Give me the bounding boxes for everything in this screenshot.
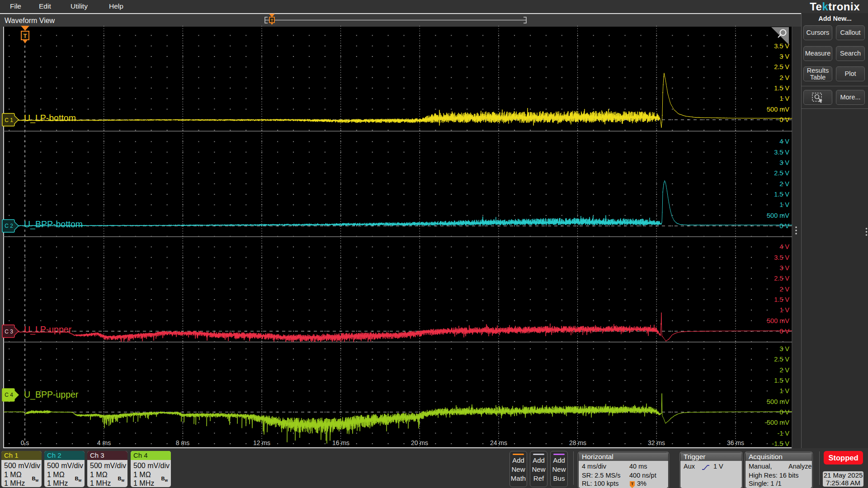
svg-text:T: T: [631, 482, 634, 486]
